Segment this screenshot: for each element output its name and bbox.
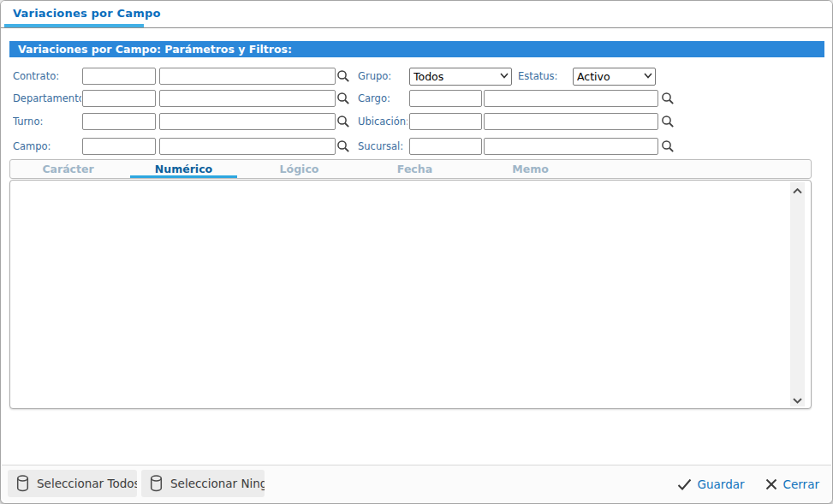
ubicacion-label: Ubicación:: [358, 113, 408, 130]
field-type-tabstrip: Carácter Numérico Lógico Fecha Memo: [9, 159, 812, 179]
campo-code-input[interactable]: [82, 138, 156, 155]
departamento-search-icon[interactable]: [336, 92, 350, 105]
top-tab-bar: Variaciones por Campo: [1, 1, 832, 28]
cargo-search-icon[interactable]: [661, 92, 675, 105]
database-icon: [150, 475, 163, 492]
section-header: Variaciones por Campo: Parámetros y Filt…: [9, 41, 824, 57]
fields-list-panel: [9, 180, 812, 409]
contrato-name-input[interactable]: [159, 68, 336, 85]
database-icon: [16, 475, 29, 492]
tab-variaciones-por-campo[interactable]: Variaciones por Campo: [13, 7, 161, 20]
cargo-label: Cargo:: [358, 90, 408, 107]
close-icon: [765, 478, 777, 490]
select-none-button[interactable]: Seleccionar Ninguno: [141, 470, 265, 497]
tab-fecha[interactable]: Fecha: [357, 160, 473, 178]
active-tab-underline: [4, 24, 144, 27]
chevron-up-icon: [793, 181, 802, 198]
select-all-button[interactable]: Seleccionar Todos: [8, 470, 137, 497]
turno-label: Turno:: [13, 113, 81, 130]
ubicacion-name-input[interactable]: [484, 113, 658, 130]
chevron-down-icon: [793, 391, 802, 407]
tab-memo[interactable]: Memo: [473, 160, 588, 178]
sucursal-code-input[interactable]: [409, 138, 482, 155]
close-label: Cerrar: [783, 477, 819, 491]
scroll-up-button[interactable]: [790, 182, 805, 197]
estatus-select[interactable]: Activo: [573, 68, 656, 86]
close-button[interactable]: Cerrar: [765, 477, 819, 491]
footer-actions: Guardar Cerrar: [677, 465, 819, 502]
grupo-select[interactable]: Todos: [409, 68, 512, 86]
departamento-code-input[interactable]: [82, 90, 156, 107]
save-button[interactable]: Guardar: [677, 477, 745, 491]
ubicacion-search-icon[interactable]: [661, 115, 675, 128]
ubicacion-code-input[interactable]: [409, 113, 482, 130]
check-icon: [677, 478, 692, 490]
contrato-code-input[interactable]: [82, 68, 156, 85]
select-none-label: Seleccionar Ninguno: [170, 477, 265, 490]
departamento-label: Departamento:: [13, 90, 81, 107]
estatus-select-wrap: Activo: [573, 68, 656, 86]
cargo-code-input[interactable]: [409, 90, 482, 107]
window-frame: Variaciones por Campo Variaciones por Ca…: [0, 0, 833, 504]
save-label: Guardar: [698, 477, 745, 491]
select-all-label: Seleccionar Todos: [37, 477, 137, 490]
turno-name-input[interactable]: [159, 113, 336, 130]
campo-label: Campo:: [13, 138, 81, 155]
sucursal-name-input[interactable]: [484, 138, 658, 155]
contrato-label: Contrato:: [13, 68, 81, 85]
campo-name-input[interactable]: [159, 138, 336, 155]
turno-search-icon[interactable]: [336, 115, 350, 128]
vertical-scrollbar[interactable]: [790, 182, 805, 406]
tab-caracter[interactable]: Carácter: [10, 160, 126, 178]
grupo-select-wrap: Todos: [409, 68, 512, 86]
footer-bar: Seleccionar Todos Seleccionar Ninguno Gu…: [2, 465, 831, 502]
tab-numerico[interactable]: Numérico: [126, 160, 241, 178]
tab-logico[interactable]: Lógico: [241, 160, 357, 178]
sucursal-search-icon[interactable]: [661, 139, 675, 153]
campo-search-icon[interactable]: [336, 139, 350, 153]
grupo-label: Grupo:: [358, 68, 408, 85]
turno-code-input[interactable]: [82, 113, 156, 130]
estatus-label: Estatus:: [518, 68, 566, 85]
scroll-down-button[interactable]: [790, 392, 805, 406]
sucursal-label: Sucursal:: [358, 138, 408, 155]
variaciones-por-campo-window: Variaciones por Campo Variaciones por Ca…: [0, 0, 833, 504]
contrato-search-icon[interactable]: [336, 69, 350, 83]
departamento-name-input[interactable]: [159, 90, 336, 107]
cargo-name-input[interactable]: [484, 90, 658, 107]
